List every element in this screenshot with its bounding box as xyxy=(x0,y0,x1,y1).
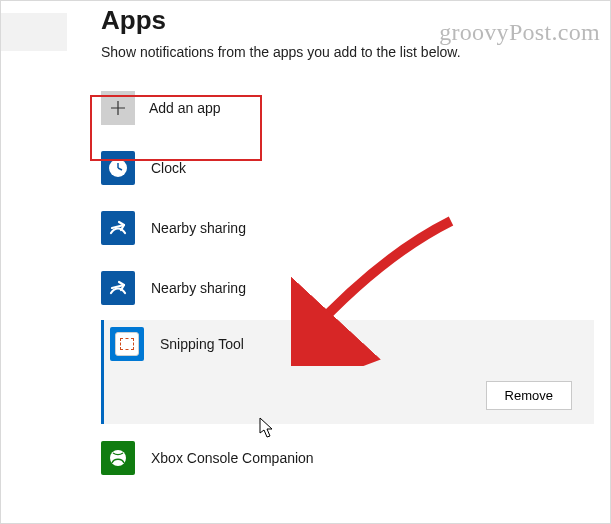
app-label: Snipping Tool xyxy=(160,336,244,352)
app-row-nearby-1[interactable]: Nearby sharing xyxy=(101,202,598,254)
app-card-snipping[interactable]: Snipping Tool Remove xyxy=(101,320,594,424)
share-icon xyxy=(101,271,135,305)
app-label: Xbox Console Companion xyxy=(151,450,314,466)
apps-content: Apps Show notifications from the apps yo… xyxy=(101,5,598,484)
app-label: Clock xyxy=(151,160,186,176)
share-icon xyxy=(101,211,135,245)
remove-button[interactable]: Remove xyxy=(486,381,572,410)
add-app-label: Add an app xyxy=(149,100,221,116)
add-app-button[interactable]: Add an app xyxy=(101,82,249,134)
page-title: Apps xyxy=(101,5,598,36)
app-row-clock[interactable]: Clock xyxy=(101,142,598,194)
app-label: Nearby sharing xyxy=(151,280,246,296)
plus-icon xyxy=(101,91,135,125)
svg-point-3 xyxy=(110,450,126,466)
sidebar-stub xyxy=(1,13,67,51)
app-row-nearby-2[interactable]: Nearby sharing xyxy=(101,262,598,314)
snipping-tool-icon xyxy=(110,327,144,361)
xbox-icon xyxy=(101,441,135,475)
settings-window: groovyPost.com Apps Show notifications f… xyxy=(0,0,611,524)
clock-icon xyxy=(101,151,135,185)
app-label: Nearby sharing xyxy=(151,220,246,236)
app-row-xbox[interactable]: Xbox Console Companion xyxy=(101,432,598,484)
page-subtitle: Show notifications from the apps you add… xyxy=(101,44,598,60)
